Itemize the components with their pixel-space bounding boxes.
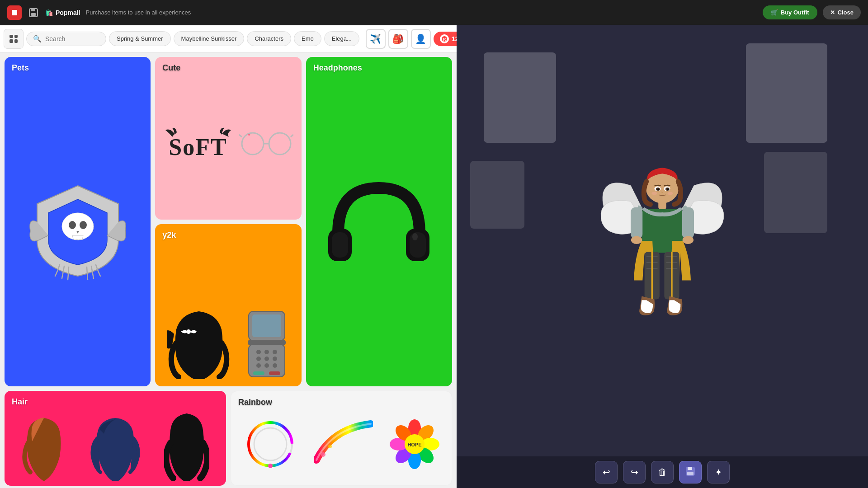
topbar: 🛍️ Popmall Purchase items to use in all … (0, 0, 868, 25)
svg-point-29 (264, 363, 269, 368)
svg-point-12 (269, 133, 291, 155)
svg-point-80 (657, 188, 659, 190)
avatar-toolbar: ↩ ↪ 🗑 ✦ (457, 456, 868, 488)
category-card-pets[interactable]: Pets (5, 57, 151, 386)
svg-text:HOPE: HOPE (408, 442, 422, 447)
svg-point-40 (254, 428, 287, 460)
nav-bar: 🔍 Spring & Summer Maybelline Sunkisser C… (0, 25, 457, 52)
nav-pill-emo[interactable]: Emo (294, 31, 321, 46)
svg-rect-31 (253, 371, 264, 375)
bag-icon-button[interactable]: 🎒 (388, 29, 408, 49)
popmall-icon: 🛍️ (45, 9, 53, 16)
svg-point-28 (256, 363, 261, 368)
svg-point-8 (69, 221, 76, 229)
trash-icon: 🗑 (658, 467, 667, 478)
nav-pill-characters[interactable]: Characters (247, 31, 291, 46)
nav-pill-maybelline[interactable]: Maybelline Sunkisser (174, 31, 245, 46)
svg-point-9 (80, 221, 87, 229)
svg-text:R: R (443, 37, 446, 42)
fullscreen-button[interactable]: ✦ (707, 461, 730, 483)
close-button[interactable]: ✕ Close (823, 5, 861, 19)
svg-point-37 (412, 233, 418, 240)
svg-rect-86 (687, 472, 693, 475)
save-icon[interactable] (27, 6, 40, 19)
search-icon: 🔍 (33, 35, 42, 43)
category-card-rainbow[interactable]: Rainbow (231, 391, 452, 486)
avatar-figure (599, 110, 726, 372)
svg-point-22 (256, 350, 261, 354)
nav-pill-spring-summer[interactable]: Spring & Summer (109, 31, 171, 46)
svg-rect-32 (269, 371, 280, 375)
close-icon: ✕ (830, 9, 835, 16)
robux-icon: R (440, 34, 449, 43)
popmall-label: Popmall (56, 9, 80, 16)
svg-point-23 (264, 350, 269, 354)
svg-point-81 (667, 188, 669, 190)
search-box[interactable]: 🔍 (26, 32, 106, 46)
headphones-item-image (325, 179, 433, 283)
svg-point-63 (683, 236, 694, 244)
category-label-hair: Hair (12, 397, 28, 407)
accessory-icon-button[interactable]: ✈️ (366, 29, 386, 49)
category-card-headphones[interactable]: Headphones (306, 57, 452, 386)
save-avatar-icon (685, 466, 696, 479)
svg-rect-1 (12, 10, 17, 15)
right-panel: ↩ ↪ 🗑 ✦ (457, 25, 868, 488)
category-label-y2k: y2k (162, 230, 176, 240)
svg-point-41 (268, 464, 273, 468)
svg-rect-85 (688, 467, 692, 470)
hair-item-3 (164, 411, 209, 481)
redo-button[interactable]: ↪ (623, 461, 646, 483)
close-label: Close (838, 9, 854, 16)
svg-rect-56 (746, 43, 827, 143)
svg-text:SoFT: SoFT (169, 134, 227, 160)
y2k-item-1 (167, 307, 231, 379)
category-card-hair[interactable]: Hair (5, 391, 226, 486)
svg-point-42 (321, 452, 326, 457)
svg-point-16 (248, 134, 250, 136)
redo-icon: ↪ (631, 467, 638, 478)
hair-image-area (5, 391, 226, 486)
svg-rect-61 (682, 207, 694, 239)
main-area: 🔍 Spring & Summer Maybelline Sunkisser C… (0, 25, 868, 488)
nav-pill-elegant[interactable]: Elega... (324, 31, 359, 46)
svg-line-14 (239, 135, 242, 137)
svg-rect-34 (332, 232, 348, 258)
undo-button[interactable]: ↩ (595, 461, 618, 483)
robux-badge[interactable]: R 12 (434, 32, 457, 46)
search-input[interactable] (45, 35, 99, 42)
pets-item-image (28, 181, 127, 281)
svg-rect-4 (31, 13, 36, 16)
svg-point-82 (651, 192, 657, 195)
svg-rect-36 (410, 232, 426, 258)
grid-icon (9, 35, 18, 43)
pets-image-area (5, 57, 151, 386)
avatar-icon-button[interactable]: 👤 (411, 29, 431, 49)
fullscreen-icon: ✦ (715, 467, 722, 478)
buy-outfit-button[interactable]: 🛒 Buy Outfit (763, 5, 817, 19)
svg-point-83 (667, 192, 673, 195)
svg-rect-3 (31, 9, 35, 11)
save-avatar-button[interactable] (679, 461, 702, 483)
category-card-cute[interactable]: Cute SoFT (155, 57, 301, 220)
hair-item-2 (90, 416, 140, 481)
svg-point-27 (273, 357, 277, 361)
svg-rect-57 (470, 161, 524, 229)
buy-outfit-label: Buy Outfit (781, 9, 809, 16)
roblox-logo (7, 5, 22, 20)
svg-point-30 (273, 363, 277, 368)
grid-view-button[interactable] (4, 29, 24, 49)
undo-icon: ↩ (603, 467, 610, 478)
y2k-item-2 (244, 309, 289, 379)
avatar-area (457, 25, 868, 456)
svg-point-25 (256, 357, 261, 361)
rainbow-item-3: HOPE (390, 419, 439, 469)
category-card-y2k[interactable]: y2k (155, 224, 301, 387)
delete-button[interactable]: 🗑 (651, 461, 674, 483)
robux-count: 12 (452, 35, 457, 42)
category-label-headphones: Headphones (313, 63, 362, 73)
buy-outfit-icon: 🛒 (771, 9, 778, 16)
svg-point-24 (273, 350, 277, 354)
svg-point-43 (328, 445, 332, 448)
left-panel: 🔍 Spring & Summer Maybelline Sunkisser C… (0, 25, 457, 488)
